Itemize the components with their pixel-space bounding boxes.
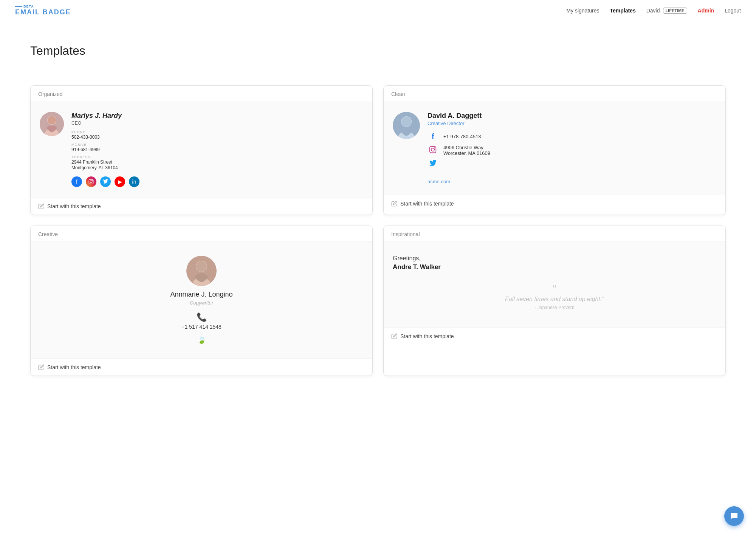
template-preview-inspirational: Greetings, Andre T. Walker " Fall seven …	[384, 241, 725, 328]
template-preview-creative: Annmarie J. Longino Copywriter 📞 +1 517 …	[31, 241, 372, 359]
organized-title: CEO	[71, 121, 363, 126]
twitter-icon	[100, 176, 111, 187]
youtube-icon: ▶	[115, 176, 125, 187]
nav-templates[interactable]: Templates	[610, 8, 635, 14]
linkedin-icon: in	[129, 176, 139, 187]
start-clean-label: Start with this template	[400, 201, 454, 207]
navbar: BETA EMAIL BADGE My signatures Templates…	[0, 0, 756, 21]
instagram-icon	[428, 146, 438, 155]
nav-admin-link[interactable]: Admin	[698, 8, 714, 14]
leaf-icon: 🍃	[40, 335, 363, 344]
templates-grid: Organized Marlys J. Hardy	[30, 85, 726, 376]
organized-signature: Marlys J. Hardy CEO PHONE 502-433-0003 M…	[40, 112, 363, 187]
clean-phone-row: f +1 978-780-4513	[428, 132, 716, 141]
clean-address-row: 4906 Christie Way Worcester, MA 01609	[428, 145, 716, 156]
organized-info: Marlys J. Hardy CEO PHONE 502-433-0003 M…	[71, 112, 363, 187]
instagram-icon	[86, 176, 96, 187]
mobile-label: MOBILE	[71, 143, 363, 147]
start-inspirational-label: Start with this template	[400, 333, 454, 339]
clean-website: acme.com	[428, 179, 716, 184]
inspo-attribution: - Japanese Proverb	[400, 305, 709, 310]
creative-title: Copywriter	[40, 300, 363, 306]
start-inspirational-button[interactable]: Start with this template	[384, 328, 725, 345]
start-organized-label: Start with this template	[47, 203, 101, 209]
app-title: EMAIL BADGE	[15, 8, 71, 16]
template-label-inspirational: Inspirational	[384, 226, 725, 241]
quote-mark-icon: "	[400, 284, 709, 294]
inspirational-signature: Greetings, Andre T. Walker " Fall seven …	[393, 252, 716, 317]
phone-label: PHONE	[71, 130, 363, 134]
template-card-inspirational: Inspirational Greetings, Andre T. Walker…	[383, 226, 726, 376]
phone-icon: 📞	[40, 312, 363, 322]
template-card-organized: Organized Marlys J. Hardy	[30, 85, 373, 215]
organized-name: Marlys J. Hardy	[71, 112, 363, 120]
clean-info: David A. Daggett Creative Director f +1 …	[428, 112, 716, 184]
start-clean-button[interactable]: Start with this template	[384, 195, 725, 212]
template-card-clean: Clean David A. Daggett Cre	[383, 85, 726, 215]
title-divider	[30, 70, 726, 70]
clean-phone: +1 978-780-4513	[443, 134, 481, 139]
nav-user: David LIFETIME	[646, 8, 687, 14]
svg-point-12	[431, 148, 434, 151]
inspo-quote: Fall seven times and stand up eight."	[400, 296, 709, 303]
address-value-1: 2944 Franklin Street	[71, 159, 363, 165]
svg-point-5	[90, 181, 92, 183]
facebook-icon: f	[71, 176, 82, 187]
address-value-2: Montgomery, AL 36104	[71, 165, 363, 170]
svg-point-6	[92, 180, 93, 181]
template-preview-organized: Marlys J. Hardy CEO PHONE 502-433-0003 M…	[31, 101, 372, 198]
edit-icon	[38, 203, 44, 209]
clean-signature: David A. Daggett Creative Director f +1 …	[393, 112, 716, 184]
edit-icon	[391, 201, 397, 207]
clean-name: David A. Daggett	[428, 112, 716, 120]
start-organized-button[interactable]: Start with this template	[31, 198, 372, 215]
nav-lifetime-badge: LIFETIME	[663, 8, 687, 14]
svg-point-17	[196, 261, 207, 272]
inspo-quote-container: " Fall seven times and stand up eight." …	[393, 280, 716, 314]
clean-twitter-row	[428, 160, 716, 169]
address-label: ADDRESS	[71, 155, 363, 159]
creative-signature: Annmarie J. Longino Copywriter 📞 +1 517 …	[40, 252, 363, 348]
main-content: Templates Organized	[0, 21, 756, 399]
facebook-icon: f	[428, 132, 438, 141]
page-title: Templates	[30, 44, 726, 58]
edit-icon	[38, 364, 44, 370]
start-creative-label: Start with this template	[47, 364, 101, 370]
edit-icon	[391, 333, 397, 339]
clean-address: 4906 Christie Way Worcester, MA 01609	[443, 145, 490, 156]
twitter-icon	[428, 160, 438, 169]
svg-rect-11	[430, 146, 436, 153]
clean-title: Creative Director	[428, 121, 716, 126]
beta-label: BETA	[15, 5, 71, 8]
creative-phone: +1 517 414 1548	[40, 324, 363, 330]
svg-rect-4	[89, 179, 93, 184]
template-label-clean: Clean	[384, 86, 725, 101]
nav-my-signatures[interactable]: My signatures	[566, 8, 599, 14]
creative-name: Annmarie J. Longino	[40, 291, 363, 298]
avatar	[186, 256, 217, 286]
svg-point-13	[434, 147, 435, 148]
avatar	[40, 112, 64, 136]
nav-right: My signatures Templates David LIFETIME A…	[566, 8, 741, 14]
chat-button[interactable]	[724, 506, 744, 526]
template-label-organized: Organized	[31, 86, 372, 101]
svg-point-10	[401, 117, 411, 127]
nav-logout-link[interactable]: Logout	[725, 8, 741, 14]
nav-username: David	[646, 8, 660, 14]
template-preview-clean: David A. Daggett Creative Director f +1 …	[384, 101, 725, 195]
inspo-name: Andre T. Walker	[393, 263, 716, 271]
template-card-creative: Creative Annmarie J. Longino Copywriter	[30, 226, 373, 376]
phone-value: 502-433-0003	[71, 134, 363, 140]
start-creative-button[interactable]: Start with this template	[31, 359, 372, 376]
inspo-greeting: Greetings,	[393, 255, 716, 262]
mobile-value: 919-681-4989	[71, 147, 363, 152]
svg-point-3	[48, 116, 56, 124]
clean-divider	[428, 174, 716, 174]
app-logo: BETA EMAIL BADGE	[15, 5, 71, 16]
avatar	[393, 112, 420, 139]
template-label-creative: Creative	[31, 226, 372, 241]
organized-socials: f ▶ in	[71, 176, 363, 187]
